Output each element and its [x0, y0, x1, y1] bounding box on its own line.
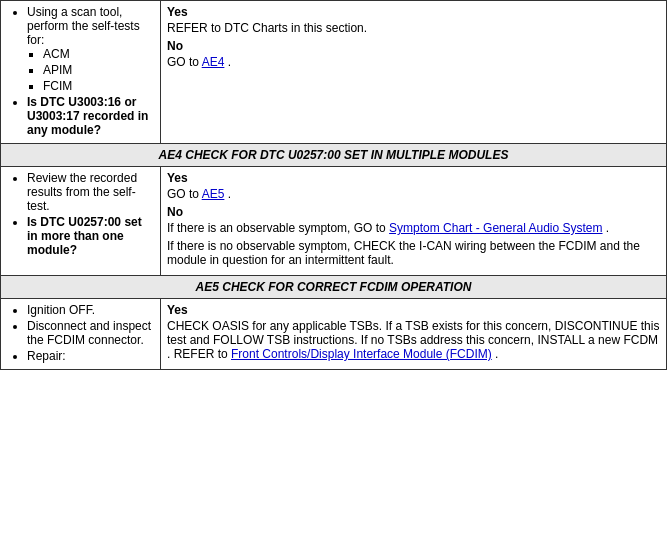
yes-label: Yes [167, 5, 660, 19]
list-item: Using a scan tool, perform the self-test… [27, 5, 154, 93]
row1-right: Yes REFER to DTC Charts in this section.… [161, 1, 667, 144]
symptom-chart-link[interactable]: Symptom Chart - General Audio System [389, 221, 602, 235]
dtc-question: Is DTC U3003:16 or U3003:17 recorded in … [27, 95, 148, 137]
bullet-text: Using a scan tool, perform the self-test… [27, 5, 140, 47]
ignition-off-text: Ignition OFF. [27, 303, 95, 317]
u0257-question: Is DTC U0257:00 set in more than one mod… [27, 215, 142, 257]
yes-label-2: Yes [167, 171, 660, 185]
no-answer: GO to AE4 . [167, 55, 660, 69]
sub-bullet-acm: ACM [43, 47, 154, 61]
row-1: Using a scan tool, perform the self-test… [1, 1, 667, 144]
list-item-repair: Repair: [27, 349, 154, 363]
no-answer-2b: If there is no observable symptom, CHECK… [167, 239, 660, 267]
ae4-header: AE4 CHECK FOR DTC U0257:00 SET IN MULTIP… [1, 144, 667, 167]
ae5-link[interactable]: AE5 [202, 187, 225, 201]
no-label: No [167, 39, 660, 53]
row3-left: Ignition OFF. Disconnect and inspect the… [1, 299, 161, 370]
yes-label-3: Yes [167, 303, 660, 317]
list-item-ignition: Ignition OFF. [27, 303, 154, 317]
row-2-header: AE4 CHECK FOR DTC U0257:00 SET IN MULTIP… [1, 144, 667, 167]
row-3: Ignition OFF. Disconnect and inspect the… [1, 299, 667, 370]
disconnect-text: Disconnect and inspect the FCDIM connect… [27, 319, 151, 347]
fcdim-link[interactable]: Front Controls/Display Interface Module … [231, 347, 492, 361]
row2-left: Review the recorded results from the sel… [1, 167, 161, 276]
review-text: Review the recorded results from the sel… [27, 171, 137, 213]
ae5-header: AE5 CHECK FOR CORRECT FCDIM OPERATION [1, 276, 667, 299]
yes-answer: REFER to DTC Charts in this section. [167, 21, 660, 35]
row1-left: Using a scan tool, perform the self-test… [1, 1, 161, 144]
diagnostic-table: Using a scan tool, perform the self-test… [0, 0, 667, 370]
row-2: Review the recorded results from the sel… [1, 167, 667, 276]
list-item: Is DTC U3003:16 or U3003:17 recorded in … [27, 95, 154, 137]
row-3-header: AE5 CHECK FOR CORRECT FCDIM OPERATION [1, 276, 667, 299]
repair-text: Repair: [27, 349, 66, 363]
list-item: Is DTC U0257:00 set in more than one mod… [27, 215, 154, 257]
list-item-disconnect: Disconnect and inspect the FCDIM connect… [27, 319, 154, 347]
row3-right: Yes CHECK OASIS for any applicable TSBs.… [161, 299, 667, 370]
yes-answer-2: GO to AE5 . [167, 187, 660, 201]
yes-answer-3: CHECK OASIS for any applicable TSBs. If … [167, 319, 660, 361]
ae4-link[interactable]: AE4 [202, 55, 225, 69]
no-answer-2a: If there is an observable symptom, GO to… [167, 221, 660, 235]
sub-bullet-fcim: FCIM [43, 79, 154, 93]
no-label-2: No [167, 205, 660, 219]
list-item: Review the recorded results from the sel… [27, 171, 154, 213]
row2-right: Yes GO to AE5 . No If there is an observ… [161, 167, 667, 276]
sub-bullet-apim: APIM [43, 63, 154, 77]
